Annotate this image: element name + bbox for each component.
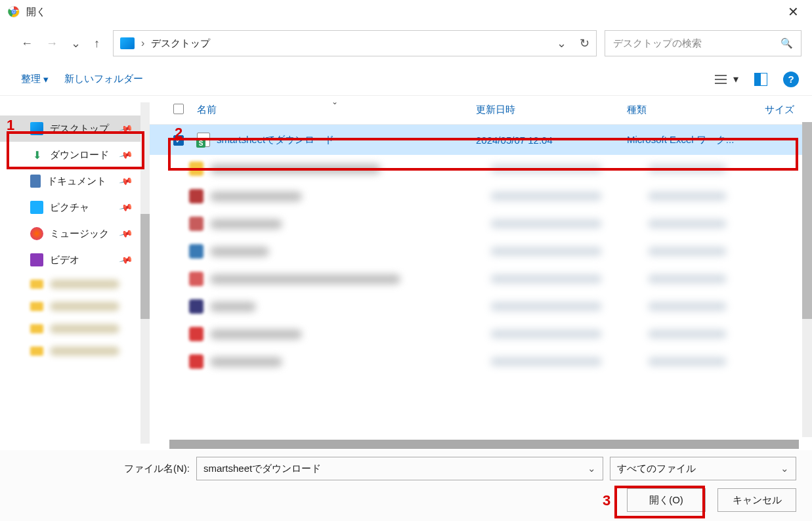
column-checkbox[interactable] bbox=[168, 101, 192, 119]
file-size bbox=[759, 137, 805, 142]
sidebar-item-documents[interactable]: ドキュメント 📌 bbox=[0, 168, 150, 194]
titlebar-left: 開く bbox=[8, 6, 46, 18]
sidebar-item-videos[interactable]: ビデオ 📌 bbox=[0, 247, 150, 273]
back-button[interactable]: ← bbox=[21, 37, 33, 51]
sidebar-item-blurred bbox=[0, 295, 150, 318]
refresh-button[interactable]: ↻ bbox=[580, 36, 589, 51]
view-mode-button[interactable]: ▾ bbox=[715, 73, 738, 85]
file-row-blurred bbox=[150, 155, 812, 182]
sidebar-label: ピクチャ bbox=[50, 201, 89, 214]
svg-point-3 bbox=[12, 10, 15, 13]
sidebar-label: ダウンロード bbox=[50, 149, 109, 161]
window-title: 開く bbox=[26, 6, 46, 18]
file-row-blurred bbox=[150, 320, 812, 348]
music-icon bbox=[30, 227, 43, 240]
file-date: 2024/05/07 12:04 bbox=[471, 132, 622, 148]
forward-button[interactable]: → bbox=[46, 37, 58, 51]
file-row-blurred bbox=[150, 293, 812, 320]
pin-icon[interactable]: 📌 bbox=[118, 200, 133, 215]
pin-icon[interactable]: 📌 bbox=[118, 174, 133, 188]
help-button[interactable]: ? bbox=[783, 72, 799, 87]
breadcrumb-dropdown[interactable]: ⌄ bbox=[557, 36, 566, 51]
sidebar: デスクトップ 📌 ⬇ ダウンロード 📌 ドキュメント 📌 ピクチャ 📌 ミュージ… bbox=[0, 96, 150, 450]
sidebar-label: ドキュメント bbox=[47, 175, 106, 188]
close-button[interactable]: ✕ bbox=[782, 4, 804, 20]
column-name[interactable]: 名前 ⌄ bbox=[192, 101, 471, 119]
file-row-selected[interactable]: ✓ smartsheetでダウンロード 2024/05/07 12:04 Mic… bbox=[150, 125, 812, 155]
sidebar-item-pictures[interactable]: ピクチャ 📌 bbox=[0, 194, 150, 220]
chrome-icon bbox=[8, 6, 20, 18]
sidebar-item-blurred bbox=[0, 318, 150, 340]
pin-icon[interactable]: 📌 bbox=[118, 253, 133, 267]
file-list: 名前 ⌄ 更新日時 種類 サイズ ✓ smartsheetでダウンロード 202… bbox=[150, 96, 812, 450]
sidebar-item-blurred bbox=[0, 273, 150, 295]
search-box[interactable]: デスクトップの検索 🔍 bbox=[605, 30, 801, 56]
search-icon[interactable]: 🔍 bbox=[780, 37, 793, 49]
sidebar-label: ミュージック bbox=[50, 228, 109, 240]
chevron-down-icon[interactable]: ⌄ bbox=[780, 463, 789, 474]
chevron-down-icon: ▾ bbox=[733, 73, 738, 85]
column-type[interactable]: 種類 bbox=[622, 101, 759, 119]
excel-file-icon bbox=[197, 133, 210, 147]
sidebar-item-music[interactable]: ミュージック 📌 bbox=[0, 220, 150, 247]
filename-label: ファイル名(N): bbox=[124, 463, 190, 475]
desktop-icon bbox=[120, 37, 135, 49]
cancel-button[interactable]: キャンセル bbox=[717, 488, 796, 512]
sidebar-item-downloads[interactable]: ⬇ ダウンロード 📌 bbox=[0, 142, 150, 168]
nav-row: ← → ⌄ ↑ › デスクトップ ⌄ ↻ デスクトップの検索 🔍 bbox=[0, 24, 812, 63]
file-row-blurred bbox=[150, 182, 812, 210]
sidebar-item-blurred bbox=[0, 340, 150, 362]
file-type: Microsoft Excel ワーク... bbox=[622, 131, 759, 149]
pin-icon[interactable]: 📌 bbox=[118, 121, 133, 136]
file-row-blurred bbox=[150, 348, 812, 375]
sort-indicator: ⌄ bbox=[331, 97, 338, 106]
file-list-scroll-thumb[interactable] bbox=[802, 122, 812, 319]
new-folder-button[interactable]: 新しいフォルダー bbox=[56, 69, 151, 89]
open-button[interactable]: 開く(O) bbox=[627, 488, 706, 512]
video-icon bbox=[30, 253, 43, 266]
annotation-marker-2: 2 bbox=[175, 125, 182, 142]
file-list-hscroll[interactable] bbox=[169, 440, 799, 449]
file-list-header: 名前 ⌄ 更新日時 種類 サイズ bbox=[150, 96, 812, 125]
titlebar: 開く ✕ bbox=[0, 0, 812, 24]
file-filter-dropdown[interactable]: すべてのファイル ⌄ bbox=[610, 457, 796, 480]
filename-input[interactable]: smartsheetでダウンロード ⌄ bbox=[196, 457, 603, 480]
sidebar-item-desktop[interactable]: デスクトップ 📌 bbox=[0, 116, 150, 142]
column-date[interactable]: 更新日時 bbox=[471, 101, 622, 119]
download-icon: ⬇ bbox=[30, 148, 43, 161]
preview-pane-button[interactable] bbox=[754, 73, 767, 86]
breadcrumb-location[interactable]: デスクトップ bbox=[151, 37, 210, 50]
annotation-marker-3: 3 bbox=[603, 492, 610, 509]
file-row-blurred bbox=[150, 265, 812, 293]
bottom-bar: ファイル名(N): smartsheetでダウンロード ⌄ すべてのファイル ⌄… bbox=[0, 450, 812, 521]
chevron-down-icon[interactable]: ⌄ bbox=[588, 463, 596, 474]
sidebar-label: ビデオ bbox=[50, 254, 79, 266]
annotation-marker-1: 1 bbox=[7, 117, 14, 134]
file-row-blurred bbox=[150, 210, 812, 238]
breadcrumb-sep: › bbox=[141, 37, 144, 49]
desktop-icon bbox=[30, 122, 43, 135]
chevron-down-icon: ▾ bbox=[43, 74, 49, 85]
recent-dropdown[interactable]: ⌄ bbox=[71, 36, 81, 51]
breadcrumb[interactable]: › デスクトップ ⌄ ↻ bbox=[113, 30, 597, 56]
search-placeholder: デスクトップの検索 bbox=[613, 37, 702, 50]
nav-arrows: ← → ⌄ ↑ bbox=[11, 36, 105, 51]
file-name: smartsheetでダウンロード bbox=[217, 134, 334, 146]
sidebar-scroll-thumb[interactable] bbox=[140, 214, 150, 319]
up-button[interactable]: ↑ bbox=[94, 37, 100, 51]
picture-icon bbox=[30, 201, 43, 214]
column-size[interactable]: サイズ bbox=[759, 101, 805, 119]
toolbar: 整理▾ 新しいフォルダー ▾ ? bbox=[0, 63, 812, 96]
body: デスクトップ 📌 ⬇ ダウンロード 📌 ドキュメント 📌 ピクチャ 📌 ミュージ… bbox=[0, 96, 812, 450]
organize-button[interactable]: 整理▾ bbox=[13, 69, 56, 89]
pin-icon[interactable]: 📌 bbox=[118, 148, 133, 162]
file-row-blurred bbox=[150, 238, 812, 265]
sidebar-label: デスクトップ bbox=[50, 123, 109, 135]
document-icon bbox=[30, 175, 41, 188]
pin-icon[interactable]: 📌 bbox=[118, 226, 133, 241]
